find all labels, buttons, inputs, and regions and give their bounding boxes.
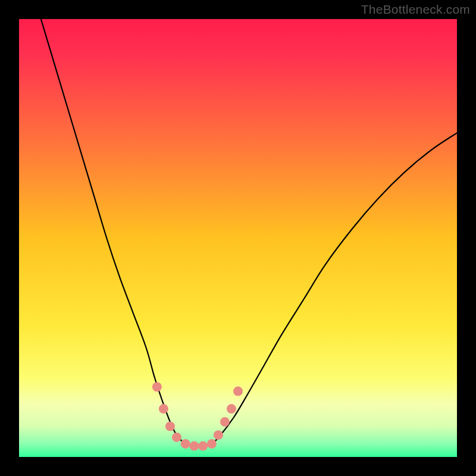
highlight-dot bbox=[227, 404, 236, 414]
plot-area bbox=[19, 19, 457, 457]
highlight-dot bbox=[198, 441, 208, 451]
highlight-dot bbox=[152, 382, 162, 392]
highlight-dot bbox=[233, 387, 243, 396]
highlight-dot bbox=[214, 430, 223, 440]
bottleneck-chart bbox=[19, 19, 457, 457]
highlight-dot bbox=[189, 441, 199, 451]
highlight-dot bbox=[181, 439, 190, 449]
highlight-dot bbox=[220, 417, 230, 427]
highlight-dot bbox=[159, 404, 168, 414]
highlight-dot bbox=[207, 439, 217, 449]
highlight-dot bbox=[172, 433, 181, 442]
watermark-text: TheBottleneck.com bbox=[361, 2, 470, 17]
chart-frame: TheBottleneck.com bbox=[0, 0, 476, 476]
highlight-dot bbox=[165, 421, 175, 431]
